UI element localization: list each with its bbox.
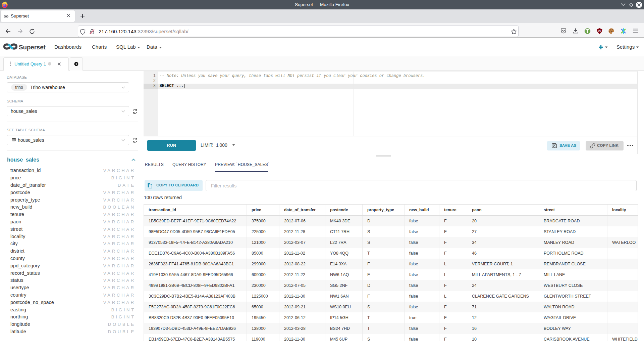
- svg-text:uO: uO: [598, 30, 601, 32]
